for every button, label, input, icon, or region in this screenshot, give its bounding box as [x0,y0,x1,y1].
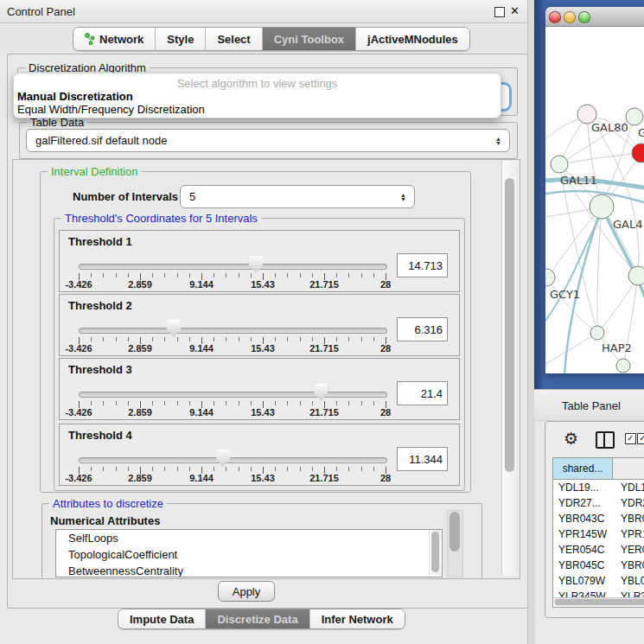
network-node[interactable] [628,266,644,285]
num-intervals-label: Number of Intervals [73,190,178,203]
algorithm-dropdown-popup: Select algorithm to view settings Manual… [13,73,501,118]
minimize-traffic-icon[interactable] [564,11,576,23]
column-header-shared-name[interactable]: shared... [553,458,613,479]
tick-label: 15.43 [251,279,275,290]
table-panel-header: Table Panel [534,389,644,421]
cell-name[interactable]: YPR1 [612,528,644,540]
tab-label: Discretize Data [217,613,297,626]
cell-name[interactable]: YER0 [612,544,644,556]
threshold-value-field[interactable]: 21.4 [397,381,448,405]
attributes-list-scrollbar[interactable] [429,530,441,575]
tab-discretize-data[interactable]: Discretize Data [206,609,309,628]
desktop-shade [534,0,544,389]
slider-handle[interactable] [167,320,181,337]
network-window[interactable]: GAL80GACGAL11GAL4GCY1HHAP2 [545,7,644,373]
cell-name[interactable]: YBL0 [612,575,644,587]
threshold-value-field[interactable]: 6.316 [397,317,448,341]
slider-handle[interactable] [249,256,263,273]
tab-select[interactable]: Select [206,28,262,50]
network-node[interactable] [545,269,555,286]
slider-track[interactable] [79,392,387,398]
close-icon[interactable]: ✕ [510,4,520,17]
attribute-list-item[interactable]: TopologicalCoefficient [56,546,442,563]
cell-name[interactable]: YBR0 [612,513,644,525]
checkbox-icon-2[interactable]: ✓ [637,433,644,444]
tab-infer-network[interactable]: Infer Network [310,609,405,628]
columns-icon[interactable] [596,431,615,449]
cell-shared-name[interactable]: YBR045C [553,559,612,571]
column-header-name[interactable]: name [613,458,644,479]
network-node[interactable] [616,359,630,373]
network-window-titlebar[interactable] [545,7,644,27]
tick-label: 21.715 [309,343,339,354]
tick-label: -3.426 [65,279,92,290]
tab-style[interactable]: Style [156,28,206,50]
network-icon [85,33,95,45]
tick-label: 21.715 [309,407,339,418]
table-row[interactable]: YBR045CYBR0 [553,558,644,573]
tab-jactivemnodules[interactable]: jActiveMNodules [356,28,469,50]
tab-label: Style [167,33,194,46]
cell-name[interactable]: YDR2 [612,497,644,509]
num-intervals-spinner[interactable]: 5 ▲▼ [180,185,415,208]
network-node[interactable] [626,108,643,125]
cell-shared-name[interactable]: YER054C [553,544,612,556]
attributes-list-scrollbar-thumb[interactable] [431,532,439,572]
tick-label: 9.144 [189,343,214,354]
checkbox-icon-1[interactable]: ✓ [625,433,636,444]
table-row[interactable]: YDL19...YDL1 [553,480,644,495]
settings-scrollbar-thumb[interactable] [505,178,514,472]
dropdown-option-equal-width[interactable]: Equal Width/Frequency Discretization [17,103,205,116]
tab-cyni-toolbox[interactable]: Cyni Toolbox [263,28,356,50]
slider-ticks [79,337,386,341]
tick-label: 21.715 [309,473,339,483]
tab-impute-data[interactable]: Impute Data [118,609,206,628]
network-node[interactable] [551,156,568,173]
tick-label: 2.859 [128,407,152,418]
attribute-list-item[interactable]: SelfLoops [56,530,442,546]
interval-group-title: Interval Definition [48,165,141,178]
tab-strip-area: NetworkStyleSelectCyni ToolboxjActiveMNo… [0,23,534,54]
slider-handle[interactable] [314,384,328,401]
table-hscrollbar[interactable] [554,597,644,606]
threshold-value-field[interactable]: 11.344 [397,447,448,471]
slider-track[interactable] [79,457,387,463]
cell-name[interactable]: YBR0 [612,559,644,571]
tick-label: 9.144 [189,279,214,290]
threshold-value-field[interactable]: 14.713 [397,253,448,277]
apply-button[interactable]: Apply [218,581,275,602]
attributes-panel-scrollbar-thumb[interactable] [450,512,460,552]
table-row[interactable]: YBL079WYBL0 [553,573,644,589]
float-icon[interactable] [494,7,505,17]
gear-icon[interactable]: ⚙ [564,429,578,449]
close-traffic-icon[interactable] [549,11,561,23]
zoom-traffic-icon[interactable] [578,11,590,23]
cell-name[interactable]: YDL1 [612,481,644,494]
cell-shared-name[interactable]: YDL19... [553,481,612,494]
cell-shared-name[interactable]: YBR043C [553,513,612,525]
attributes-panel-scrollbar[interactable] [447,510,463,577]
slider-track[interactable] [79,264,387,270]
cell-shared-name[interactable]: YBL079W [553,575,612,587]
dropdown-option-manual[interactable]: Manual Discretization [17,90,133,103]
table-row[interactable]: YER054CYER0 [553,542,644,558]
network-canvas[interactable]: GAL80GACGAL11GAL4GCY1HHAP2 [545,27,644,373]
table-hscrollbar-thumb[interactable] [555,599,644,605]
table-row[interactable]: YBR043CYBR0 [553,511,644,526]
node-label: GAL4 [613,218,642,231]
node-table-header[interactable]: shared... name [553,458,644,480]
tick-label: 9.144 [189,473,214,483]
cell-shared-name[interactable]: YDR27... [553,497,612,509]
attributes-list[interactable]: SelfLoopsTopologicalCoefficientBetweenne… [55,529,443,577]
tab-network[interactable]: Network [73,28,156,50]
table-row[interactable]: YDR27...YDR2 [553,495,644,511]
settings-scrollbar[interactable] [501,161,518,576]
table-row[interactable]: YPR145WYPR1 [553,526,644,542]
attribute-list-item[interactable]: BetweennessCentrality [56,563,442,577]
table-data-combobox[interactable]: galFiltered.sif default node ▲▼ [26,129,510,152]
slider-track[interactable] [79,328,387,334]
cell-shared-name[interactable]: YPR145W [553,528,612,540]
network-node[interactable] [590,326,604,340]
network-node[interactable] [590,194,614,219]
slider-handle[interactable] [216,450,230,467]
